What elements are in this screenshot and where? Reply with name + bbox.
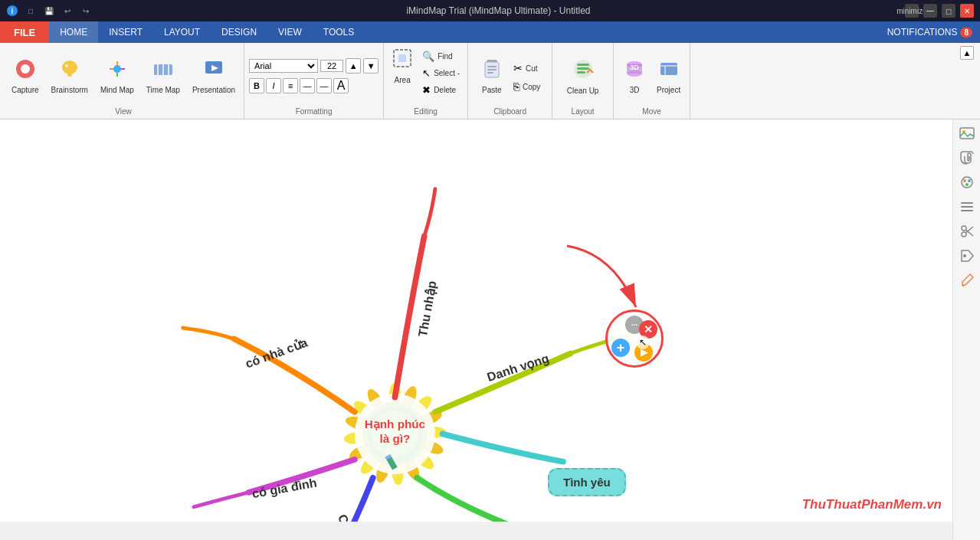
svg-rect-28 xyxy=(577,71,585,74)
brainstorm-label: Brainstorm xyxy=(51,86,88,94)
rt-scissors-button[interactable] xyxy=(956,221,978,242)
layout-group: Clean Up Layout xyxy=(552,43,614,119)
tinhthu-text: Tình yêu xyxy=(563,476,611,489)
rt-color-button[interactable] xyxy=(956,172,978,193)
area-button[interactable]: Area xyxy=(388,46,416,87)
formatting-group: Arial ▲ ▼ B I ≡ — — A Formatting xyxy=(244,43,384,119)
save-icon[interactable]: 💾 xyxy=(43,5,55,17)
file-menu[interactable]: FILE xyxy=(0,21,49,43)
paste-label: Paste xyxy=(482,86,502,94)
redo-icon[interactable]: ↪ xyxy=(80,5,92,17)
app-icon: i xyxy=(6,5,18,17)
minimize-button[interactable]: ─ xyxy=(923,4,937,18)
rt-tag-button[interactable] xyxy=(956,245,978,267)
cut-label: Cut xyxy=(526,64,538,73)
rt-attach-button[interactable] xyxy=(956,147,978,169)
italic-button[interactable]: I xyxy=(266,78,281,93)
svg-rect-5 xyxy=(67,74,72,77)
action-popup[interactable]: ··· ✕ + ▶ ↖ xyxy=(605,309,664,368)
notifications-label: NOTIFICATIONS xyxy=(887,27,958,38)
svg-line-77 xyxy=(965,227,973,233)
capture-icon xyxy=(15,58,36,84)
font-size-down-btn[interactable]: ▼ xyxy=(363,58,379,74)
cleanup-button[interactable]: Clean Up xyxy=(563,55,603,97)
project-button[interactable]: Project xyxy=(653,56,684,97)
rt-image-button[interactable] xyxy=(956,123,978,144)
line-btn[interactable]: — xyxy=(300,78,315,93)
find-label: Find xyxy=(438,52,452,61)
tools-menu[interactable]: TOOLS xyxy=(313,21,365,43)
timemap-button[interactable]: Time Map xyxy=(143,56,184,97)
line2-btn[interactable]: — xyxy=(316,78,332,93)
svg-text:3D: 3D xyxy=(630,64,639,71)
area-icon xyxy=(392,48,412,74)
font-size-input[interactable] xyxy=(320,60,343,72)
font-family-select[interactable]: Arial xyxy=(249,59,318,73)
restore-button[interactable]: ◻ xyxy=(942,4,955,18)
timemap-label: Time Map xyxy=(146,86,180,94)
cursor-indicator: ↖ xyxy=(636,335,650,349)
svg-point-4 xyxy=(62,61,77,74)
copy-icon: ⎘ xyxy=(513,80,519,93)
help-button[interactable]: minimize xyxy=(905,4,919,18)
font-size-up-btn[interactable]: ▲ xyxy=(346,58,361,74)
mindmap-label: Mind Map xyxy=(100,86,134,94)
svg-text:i: i xyxy=(11,7,14,15)
svg-text:là gì?: là gì? xyxy=(379,432,410,445)
title-bar: i □ 💾 ↩ ↪ iMindMap Trial (iMindMap Ultim… xyxy=(0,0,980,21)
action-icons: ··· ✕ + ▶ ↖ xyxy=(611,316,657,362)
capture-label: Capture xyxy=(11,86,39,94)
color-btn[interactable]: A xyxy=(333,78,349,93)
svg-rect-73 xyxy=(961,206,973,208)
find-button[interactable]: 🔍 Find xyxy=(419,49,463,64)
svg-line-78 xyxy=(965,230,973,236)
presentation-icon xyxy=(203,58,225,84)
notifications-button[interactable]: NOTIFICATIONS 8 xyxy=(880,21,980,43)
ribbon: Capture Brainstorm xyxy=(0,43,980,119)
bold-button[interactable]: B xyxy=(249,78,264,93)
new-icon[interactable]: □ xyxy=(25,5,37,17)
3d-icon: 3D xyxy=(624,58,645,84)
design-menu[interactable]: DESIGN xyxy=(211,21,267,43)
copy-button[interactable]: ⎘ Copy xyxy=(510,79,543,94)
rt-list-button[interactable] xyxy=(956,196,978,218)
svg-point-3 xyxy=(21,64,30,74)
node-tinhthu[interactable]: Tình yêu xyxy=(548,468,626,496)
project-label: Project xyxy=(657,86,680,94)
rt-brush-button[interactable] xyxy=(956,270,978,291)
home-menu[interactable]: HOME xyxy=(49,21,98,43)
add-action-icon[interactable]: + xyxy=(611,339,630,357)
paste-button[interactable]: Paste xyxy=(477,56,507,97)
canvas-area[interactable]: Hạnh phúc là gì? Thu nhập có nhà cửa Dan… xyxy=(0,119,980,522)
select-button[interactable]: ↖ Select - xyxy=(419,66,463,80)
capture-button[interactable]: Capture xyxy=(8,56,43,97)
undo-icon[interactable]: ↩ xyxy=(61,5,74,17)
project-icon xyxy=(658,58,680,84)
find-icon: 🔍 xyxy=(422,51,434,62)
delete-button[interactable]: ✖ Delete xyxy=(419,83,463,97)
svg-rect-24 xyxy=(487,72,493,74)
formatting-group-label: Formatting xyxy=(296,106,333,117)
svg-point-69 xyxy=(963,179,966,182)
view-group-label: View xyxy=(115,106,132,117)
svg-rect-66 xyxy=(960,128,974,139)
svg-point-7 xyxy=(113,65,121,73)
area-label: Area xyxy=(395,76,411,84)
bullet-button[interactable]: ≡ xyxy=(283,78,298,93)
brainstorm-button[interactable]: Brainstorm xyxy=(48,56,92,97)
svg-rect-26 xyxy=(577,64,589,66)
close-button[interactable]: ✕ xyxy=(960,4,974,18)
insert-menu[interactable]: INSERT xyxy=(98,21,153,43)
ribbon-collapse-button[interactable]: ▲ xyxy=(960,46,974,60)
right-toolbar xyxy=(952,119,980,540)
layout-menu[interactable]: LAYOUT xyxy=(153,21,211,43)
svg-point-79 xyxy=(963,254,966,257)
presentation-button[interactable]: Presentation xyxy=(188,56,239,97)
mindmap-button[interactable]: Mind Map xyxy=(97,56,138,97)
cut-button[interactable]: ✂ Cut xyxy=(510,61,543,76)
view-menu[interactable]: VIEW xyxy=(267,21,313,43)
paste-icon xyxy=(482,58,502,84)
3d-button[interactable]: 3D 3D xyxy=(619,56,650,97)
window-title: iMindMap Trial (iMindMap Ultimate) - Unt… xyxy=(406,5,590,16)
format-row: B I ≡ — — A xyxy=(249,78,379,93)
